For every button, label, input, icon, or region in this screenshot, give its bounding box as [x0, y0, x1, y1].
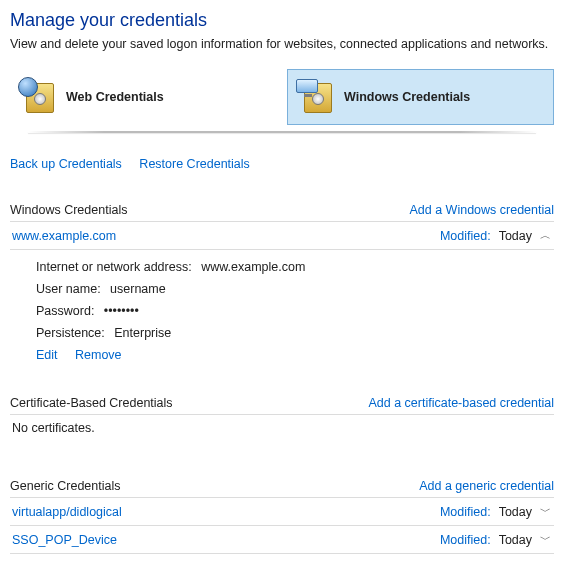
add-windows-credential-link[interactable]: Add a Windows credential — [409, 203, 554, 217]
cert-credentials-header: Certificate-Based Credentials Add a cert… — [10, 392, 554, 410]
cert-credentials-title: Certificate-Based Credentials — [10, 396, 173, 410]
web-credentials-icon — [18, 77, 58, 117]
generic-credentials-header: Generic Credentials Add a generic creden… — [10, 475, 554, 493]
password-label: Password: — [36, 304, 94, 318]
credential-row[interactable]: XboxLive Modified: Today ﹀ — [10, 553, 554, 561]
tab-windows-credentials[interactable]: Windows Credentials — [287, 69, 554, 125]
username-value: username — [110, 282, 166, 296]
credential-row[interactable]: www.example.com Modified: Today ︿ — [10, 221, 554, 249]
address-label: Internet or network address: — [36, 260, 192, 274]
persistence-value: Enterprise — [114, 326, 171, 340]
modified-value: Today — [499, 505, 532, 519]
tab-web-label: Web Credentials — [66, 90, 164, 104]
chevron-down-icon[interactable]: ﹀ — [538, 504, 552, 519]
add-cert-credential-link[interactable]: Add a certificate-based credential — [368, 396, 554, 410]
credential-details: Internet or network address: www.example… — [10, 249, 554, 370]
credential-row[interactable]: virtualapp/didlogical Modified: Today ﹀ — [10, 497, 554, 525]
edit-credential-link[interactable]: Edit — [36, 348, 58, 362]
backup-restore-row: Back up Credentials Restore Credentials — [10, 157, 554, 171]
credential-row[interactable]: SSO_POP_Device Modified: Today ﹀ — [10, 525, 554, 553]
remove-credential-link[interactable]: Remove — [75, 348, 122, 362]
modified-value: Today — [499, 533, 532, 547]
credential-name[interactable]: www.example.com — [12, 229, 116, 243]
tab-separator — [28, 131, 536, 133]
tab-windows-label: Windows Credentials — [344, 90, 470, 104]
credential-name[interactable]: virtualapp/didlogical — [12, 505, 122, 519]
password-value: •••••••• — [104, 304, 139, 318]
tab-web-credentials[interactable]: Web Credentials — [10, 69, 275, 125]
modified-label: Modified: — [440, 505, 491, 519]
chevron-down-icon[interactable]: ﹀ — [538, 532, 552, 547]
modified-value: Today — [499, 229, 532, 243]
persistence-label: Persistence: — [36, 326, 105, 340]
no-certificates-text: No certificates. — [10, 414, 554, 453]
modified-label: Modified: — [440, 229, 491, 243]
page-subtitle: View and delete your saved logon informa… — [10, 37, 554, 51]
credential-name[interactable]: SSO_POP_Device — [12, 533, 117, 547]
generic-credentials-title: Generic Credentials — [10, 479, 120, 493]
modified-label: Modified: — [440, 533, 491, 547]
chevron-up-icon[interactable]: ︿ — [538, 228, 552, 243]
username-label: User name: — [36, 282, 101, 296]
windows-credentials-icon — [296, 77, 336, 117]
backup-credentials-link[interactable]: Back up Credentials — [10, 157, 122, 171]
windows-credentials-header: Windows Credentials Add a Windows creden… — [10, 199, 554, 217]
restore-credentials-link[interactable]: Restore Credentials — [139, 157, 249, 171]
address-value: www.example.com — [201, 260, 305, 274]
page-title: Manage your credentials — [10, 10, 554, 31]
credential-type-tabs: Web Credentials Windows Credentials — [10, 69, 554, 125]
windows-credentials-title: Windows Credentials — [10, 203, 127, 217]
add-generic-credential-link[interactable]: Add a generic credential — [419, 479, 554, 493]
